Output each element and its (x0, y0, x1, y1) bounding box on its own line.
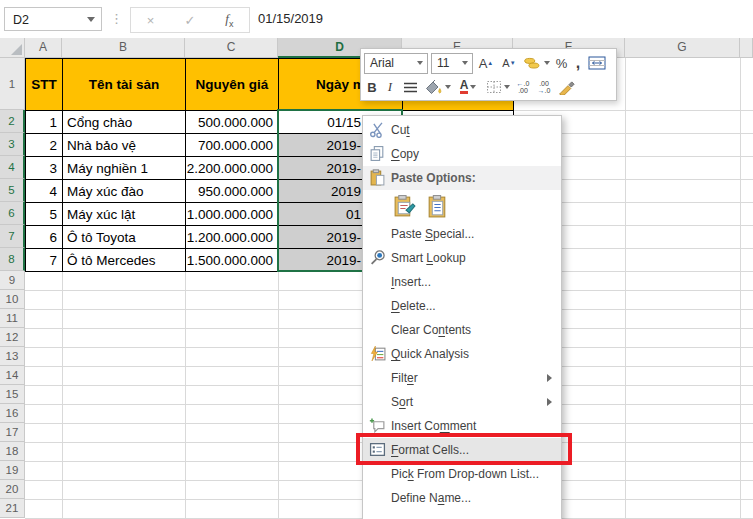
insert-comment-icon (369, 417, 386, 434)
cell-stt-row7[interactable]: 6 (26, 226, 63, 249)
cell-cost-row5[interactable]: 950.000.000 (186, 180, 279, 203)
menu-item-cut[interactable]: Cut (363, 118, 561, 142)
cell-stt-row2[interactable]: 1 (26, 111, 63, 134)
menu-item-label: Cut (391, 123, 410, 137)
row-header-2[interactable]: 2 (0, 110, 25, 133)
row-header-1[interactable]: 1 (0, 58, 25, 110)
menu-item-format-cells[interactable]: Format Cells... (363, 438, 561, 462)
enter-icon[interactable]: ✓ (170, 13, 209, 28)
row-header-17[interactable]: 17 (0, 423, 25, 442)
row-header-13[interactable]: 13 (0, 347, 25, 366)
menu-item-clear-contents[interactable]: Clear Contents (363, 318, 561, 342)
cell-asset-name-row7[interactable]: Ô tô Toyota (63, 226, 186, 249)
increase-font-icon[interactable]: A▲ (476, 56, 496, 71)
bold-button[interactable]: B (364, 80, 380, 95)
menu-item-pick-from-list[interactable]: Pick From Drop-down List... (363, 462, 561, 486)
cell-cost-row8[interactable]: 1.500.000.000 (186, 249, 279, 272)
menu-item-paste-special[interactable]: Paste Special... (363, 222, 561, 246)
cell-stt-row8[interactable]: 7 (26, 249, 63, 272)
insert-function-icon[interactable]: fx (210, 11, 249, 29)
menu-item-smart-lookup[interactable]: Smart Lookup (363, 246, 561, 270)
cell-stt-row6[interactable]: 5 (26, 203, 63, 226)
column-header-A[interactable]: A (25, 38, 62, 58)
cell-asset-name-row6[interactable]: Máy xúc lật (63, 203, 186, 226)
menu-item-insert-comment[interactable]: Insert Comment (363, 414, 561, 438)
column-header-h[interactable] (740, 38, 753, 58)
row-header-7[interactable]: 7 (0, 225, 25, 248)
table-header-1[interactable]: STT (26, 59, 63, 111)
formula-buttons: × ✓ fx (130, 7, 250, 33)
row-header-5[interactable]: 5 (0, 179, 25, 202)
column-header-G[interactable]: G (625, 38, 740, 58)
row-header-15[interactable]: 15 (0, 385, 25, 404)
row-header-14[interactable]: 14 (0, 366, 25, 385)
name-box[interactable]: D2 (4, 7, 102, 31)
formula-input[interactable]: 01/15/2019 (258, 0, 323, 37)
menu-item-define-name[interactable]: Define Name... (363, 486, 561, 510)
cell-cost-row2[interactable]: 500.000.000 (186, 111, 279, 134)
formula-bar-splitter[interactable]: ⋮ (110, 8, 123, 30)
row-header-9[interactable]: 9 (0, 271, 25, 290)
paste-keep-formatting-icon[interactable] (391, 194, 417, 218)
row-header-19[interactable]: 19 (0, 461, 25, 480)
paste-default-icon[interactable] (424, 194, 450, 218)
row-header-12[interactable]: 12 (0, 328, 25, 347)
column-header-B[interactable]: B (62, 38, 185, 58)
format-painter-icon[interactable] (556, 80, 580, 95)
align-center-icon[interactable] (400, 82, 420, 93)
cell-stt-row5[interactable]: 4 (26, 180, 63, 203)
comma-icon[interactable]: , (573, 54, 583, 72)
row-header-18[interactable]: 18 (0, 442, 25, 461)
row-header-6[interactable]: 6 (0, 202, 25, 225)
column-width-icon[interactable] (586, 56, 608, 70)
format-cells-icon (369, 441, 386, 458)
font-name-combo[interactable]: Arial (364, 53, 428, 74)
menu-item-quick-analysis[interactable]: Quick Analysis (363, 342, 561, 366)
font-size-combo[interactable]: 11 (431, 53, 473, 74)
font-color-icon[interactable]: A (455, 80, 481, 94)
menu-item-insert[interactable]: Insert... (363, 270, 561, 294)
borders-icon[interactable] (484, 80, 511, 94)
cell-stt-row3[interactable]: 2 (26, 134, 63, 157)
excel-window: D2 ⋮ × ✓ fx 01/15/2019 ABCDEFG 123456789… (0, 0, 753, 519)
gridline-vertical (625, 58, 626, 519)
accounting-format-icon[interactable] (522, 57, 550, 70)
row-header-11[interactable]: 11 (0, 309, 25, 328)
percent-icon[interactable]: % (553, 56, 570, 71)
increase-decimal-icon[interactable]: ←.0.00 (514, 80, 532, 94)
table-header-2[interactable]: Tên tài sản (63, 59, 186, 111)
cell-cost-row3[interactable]: 700.000.000 (186, 134, 279, 157)
fill-color-icon[interactable] (423, 80, 452, 95)
decrease-font-icon[interactable]: A▼ (499, 57, 519, 69)
menu-item-sort[interactable]: Sort (363, 390, 561, 414)
row-header-21[interactable]: 21 (0, 499, 25, 518)
name-box-dropdown-icon[interactable] (87, 17, 95, 22)
cell-asset-name-row2[interactable]: Cổng chào (63, 111, 186, 134)
select-all-corner[interactable] (0, 38, 25, 58)
menu-item-label: Sort (391, 395, 413, 409)
decrease-decimal-icon[interactable]: .00→.0 (535, 80, 553, 94)
menu-item-delete[interactable]: Delete... (363, 294, 561, 318)
row-header-8[interactable]: 8 (0, 248, 25, 271)
cell-cost-row4[interactable]: 2.200.000.000 (186, 157, 279, 180)
menu-item-copy[interactable]: Copy (363, 142, 561, 166)
column-header-C[interactable]: C (185, 38, 278, 58)
menu-item-label: Pick From Drop-down List... (391, 467, 539, 481)
cell-cost-row6[interactable]: 1.000.000.000 (186, 203, 279, 226)
menu-item-label: Clear Contents (391, 323, 471, 337)
cell-asset-name-row5[interactable]: Máy xúc đào (63, 180, 186, 203)
row-header-20[interactable]: 20 (0, 480, 25, 499)
row-header-10[interactable]: 10 (0, 290, 25, 309)
cell-asset-name-row8[interactable]: Ô tô Mercedes (63, 249, 186, 272)
menu-item-filter[interactable]: Filter (363, 366, 561, 390)
cell-asset-name-row4[interactable]: Máy nghiền 1 (63, 157, 186, 180)
cell-cost-row7[interactable]: 1.200.000.000 (186, 226, 279, 249)
row-header-3[interactable]: 3 (0, 133, 25, 156)
row-header-4[interactable]: 4 (0, 156, 25, 179)
row-header-16[interactable]: 16 (0, 404, 25, 423)
cell-asset-name-row3[interactable]: Nhà bảo vệ (63, 134, 186, 157)
table-header-3[interactable]: Nguyên giá (186, 59, 279, 111)
italic-button[interactable]: I (383, 79, 397, 95)
cell-stt-row4[interactable]: 3 (26, 157, 63, 180)
cancel-icon[interactable]: × (131, 13, 170, 28)
